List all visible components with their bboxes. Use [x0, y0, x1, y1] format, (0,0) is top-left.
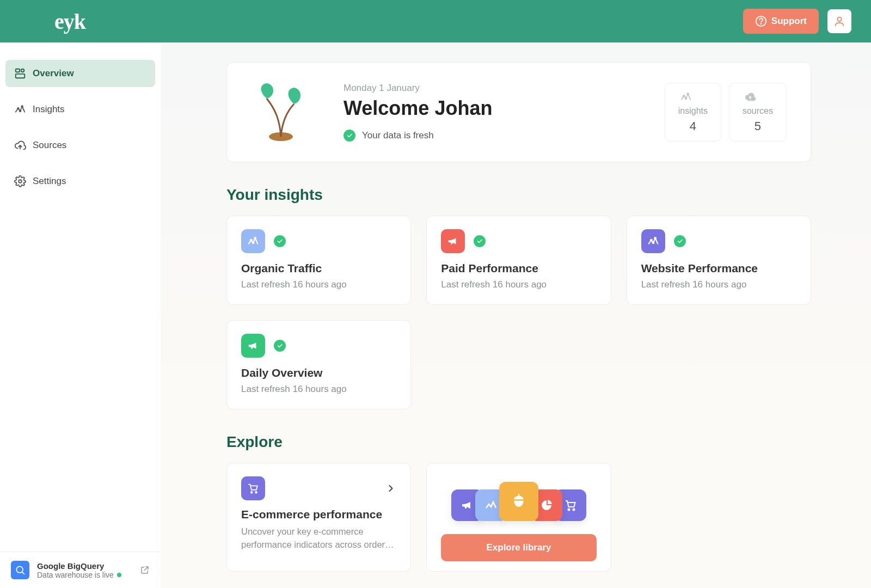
- sidebar-item-label: Sources: [33, 140, 66, 151]
- check-icon: [474, 235, 486, 247]
- sidebar-item-label: Settings: [33, 176, 66, 187]
- acorn-icon: [499, 482, 538, 521]
- svg-point-13: [685, 97, 686, 99]
- svg-point-1: [760, 23, 761, 24]
- svg-point-7: [20, 110, 21, 112]
- explore-title: E-commerce performance: [241, 508, 396, 521]
- insight-card[interactable]: Website PerformanceLast refresh 16 hours…: [627, 216, 811, 305]
- svg-rect-4: [16, 74, 25, 78]
- explore-row: E-commerce performance Uncover your key …: [226, 463, 811, 572]
- stat-value: 5: [743, 119, 773, 133]
- explore-section-title: Explore: [226, 433, 811, 451]
- insight-card[interactable]: Daily OverviewLast refresh 16 hours ago: [226, 320, 411, 409]
- megaphone-icon: [241, 334, 265, 358]
- sidebar-item-overview[interactable]: Overview: [5, 60, 155, 87]
- support-label: Support: [771, 16, 807, 27]
- svg-point-6: [17, 108, 19, 109]
- svg-rect-3: [16, 69, 20, 72]
- card-subtitle: Last refresh 16 hours ago: [241, 384, 396, 395]
- sidebar-item-sources[interactable]: Sources: [5, 132, 155, 159]
- card-title: Daily Overview: [241, 366, 396, 379]
- welcome-date: Monday 1 January: [344, 83, 632, 94]
- card-title: Website Performance: [641, 262, 796, 275]
- sidebar-item-settings[interactable]: Settings: [5, 168, 155, 195]
- warehouse-status-label: Data warehouse is live: [37, 571, 114, 579]
- card-subtitle: Last refresh 16 hours ago: [241, 279, 396, 290]
- stat-insights[interactable]: insights 4: [665, 83, 721, 142]
- explore-head: [241, 476, 396, 500]
- insights-section-title: Your insights: [226, 186, 811, 204]
- insights-icon: [14, 103, 26, 115]
- warehouse-title: Google BigQuery: [37, 561, 132, 571]
- megaphone-icon: [441, 229, 465, 253]
- sidebar-item-insights[interactable]: Insights: [5, 96, 155, 123]
- insight-card[interactable]: Organic TrafficLast refresh 16 hours ago: [226, 216, 411, 305]
- card-subtitle: Last refresh 16 hours ago: [441, 279, 596, 290]
- bigquery-icon: [11, 561, 29, 579]
- topbar-actions: Support: [743, 9, 851, 34]
- check-icon: [674, 235, 686, 247]
- fresh-label: Your data is fresh: [362, 130, 434, 141]
- topbar: eyk Support: [0, 0, 871, 42]
- chevron-right-icon: [385, 483, 396, 494]
- svg-point-20: [654, 237, 656, 239]
- check-icon: [344, 130, 355, 142]
- card-title: Organic Traffic: [241, 262, 396, 275]
- welcome-title: Welcome Johan: [344, 97, 632, 120]
- insight-card[interactable]: Paid PerformanceLast refresh 16 hours ag…: [426, 216, 611, 305]
- gear-icon: [14, 175, 26, 187]
- svg-point-16: [253, 242, 254, 243]
- svg-point-19: [652, 242, 654, 243]
- layout: Overview Insights Sources Settings: [0, 42, 871, 588]
- icon-row: [641, 229, 796, 253]
- insights-row-2: Daily OverviewLast refresh 16 hours ago: [226, 320, 811, 409]
- warehouse-status: Google BigQuery Data warehouse is live: [0, 552, 161, 588]
- svg-point-15: [250, 240, 252, 241]
- svg-point-9: [19, 180, 22, 183]
- data-freshness: Your data is fresh: [344, 130, 632, 142]
- svg-point-21: [251, 492, 253, 493]
- plant-illustration: [251, 82, 311, 142]
- warehouse-text: Google BigQuery Data warehouse is live: [37, 561, 132, 579]
- sidebar: Overview Insights Sources Settings: [0, 42, 161, 588]
- welcome-card: Monday 1 January Welcome Johan Your data…: [226, 62, 811, 162]
- icon-row: [441, 229, 596, 253]
- icon-row: [241, 334, 396, 358]
- svg-point-23: [568, 509, 569, 511]
- insights-icon: [241, 229, 265, 253]
- help-icon: [755, 15, 767, 27]
- svg-point-17: [254, 237, 256, 239]
- card-subtitle: Last refresh 16 hours ago: [641, 279, 796, 290]
- svg-point-2: [837, 17, 841, 21]
- card-title: Paid Performance: [441, 262, 596, 275]
- svg-point-22: [255, 492, 257, 493]
- check-icon: [274, 340, 286, 352]
- svg-point-18: [651, 240, 652, 241]
- stat-sources[interactable]: sources 5: [729, 83, 787, 142]
- svg-point-8: [21, 106, 23, 107]
- warehouse-status-line: Data warehouse is live: [37, 571, 132, 579]
- svg-point-24: [573, 509, 574, 511]
- user-menu-button[interactable]: [827, 9, 851, 33]
- insights-row-1: Organic TrafficLast refresh 16 hours ago…: [226, 216, 811, 305]
- user-icon: [833, 15, 845, 27]
- cloud-up-icon: [14, 139, 26, 151]
- insights-icon: [678, 91, 708, 103]
- sidebar-item-label: Insights: [33, 104, 65, 115]
- check-icon: [274, 235, 286, 247]
- cloud-up-icon: [743, 91, 773, 103]
- svg-point-12: [683, 95, 685, 97]
- support-button[interactable]: Support: [743, 9, 819, 34]
- welcome-stats: insights 4 sources 5: [665, 83, 787, 142]
- welcome-body: Monday 1 January Welcome Johan Your data…: [344, 83, 632, 142]
- sidebar-item-label: Overview: [33, 68, 74, 79]
- main: Monday 1 January Welcome Johan Your data…: [161, 42, 871, 588]
- stat-value: 4: [678, 119, 708, 133]
- cart-icon: [241, 476, 265, 500]
- explore-feature-card[interactable]: E-commerce performance Uncover your key …: [226, 463, 411, 572]
- insights-icon: [641, 229, 665, 253]
- svg-point-14: [687, 93, 689, 95]
- stat-label: sources: [743, 106, 773, 116]
- explore-library-button[interactable]: Explore library: [441, 534, 596, 561]
- open-external-button[interactable]: [140, 565, 150, 575]
